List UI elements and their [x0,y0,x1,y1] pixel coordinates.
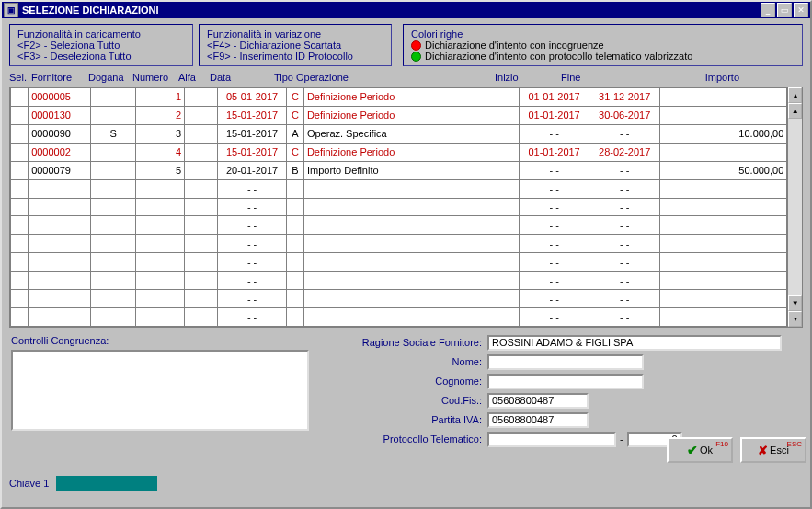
top-info-boxes: Funzionalità in caricamento <F2> - Selez… [2,18,810,70]
scroll-up-button-2[interactable]: ▲ [788,103,802,119]
nome-label: Nome: [344,356,487,367]
codice-fiscale-field[interactable] [487,393,589,409]
table-row[interactable]: 0000130215-01-2017CDefinizione Periodo01… [11,106,787,124]
supplier-details: Ragione Sociale Fornitore: Nome: Cognome… [344,333,795,449]
maximize-button[interactable]: ▭ [777,3,792,17]
header-importo: Importo [627,72,739,83]
ok-label: Ok [700,445,713,456]
protocollo-field-1[interactable] [487,432,616,447]
box1-title: Funzionalità in caricamento [17,29,185,40]
partita-iva-field[interactable] [487,412,589,428]
bottom-area: Controlli Congruenza: Ragione Sociale Fo… [2,328,810,496]
header-fine: Fine [561,72,627,83]
window-buttons: _ ▭ ✕ [761,3,808,17]
grid-scrollbar[interactable]: ▴ ▲ ▼ ▾ [787,87,802,327]
controlli-congruenza-box[interactable] [11,350,309,431]
piva-label: Partita IVA: [344,414,487,425]
header-fornitore: Fornitore [31,72,88,83]
box1-line2: <F3> - Deseleziona Tutto [17,51,185,62]
header-dogana: Dogana [88,72,132,83]
table-row[interactable]: - -- -- - [11,253,787,272]
table-row[interactable]: 0000005105-01-2017CDefinizione Periodo01… [11,88,787,107]
close-button[interactable]: ✕ [794,3,808,17]
cognome-field[interactable] [487,374,644,389]
nome-field[interactable] [487,354,644,370]
scroll-down-button-2[interactable]: ▼ [788,295,802,311]
esci-fkey: ESC [787,440,802,448]
scroll-down-button[interactable]: ▾ [788,311,802,327]
table-row[interactable]: - -- -- - [11,216,787,235]
box2-line1: <F4> - Dichiarazione Scartata [207,40,383,51]
table-row[interactable]: - -- -- - [11,272,787,290]
box2-line2: <F9> - Inserimento ID Protocollo [207,51,383,62]
title-bar[interactable]: ▣ SELEZIONE DICHIARAZIONI _ ▭ ✕ [2,2,810,18]
ragione-sociale-field[interactable] [487,335,782,351]
header-data: Data [210,72,274,83]
app-icon: ▣ [4,3,18,17]
box3-line1: Dichiarazione d'intento con incogruenze [425,40,604,51]
table-row[interactable]: 0000079520-01-2017BImporto Definito- -- … [11,161,787,179]
check-icon: ✔ [687,443,698,457]
box-row-colors-legend: Colori righe Dichiarazione d'intento con… [403,24,803,66]
codfis-label: Cod.Fis.: [344,395,487,406]
box3-title: Colori righe [411,29,795,40]
header-alfa: Alfa [178,72,210,83]
ok-fkey: F10 [715,440,728,448]
header-numero: Numero [132,72,178,83]
table-row[interactable]: 0000090S315-01-2017AOperaz. Specifica- -… [11,124,787,143]
chiave-status: Chiave 1 [9,476,157,491]
header-tipo: Tipo Operazione [274,72,495,83]
grid-headers: Sel. Fornitore Dogana Numero Alfa Data T… [2,70,810,85]
legend-green-dot-icon [411,52,421,62]
legend-red-dot-icon [411,40,421,51]
box-loading-functions: Funzionalità in caricamento <F2> - Selez… [9,24,193,66]
ok-button[interactable]: F10 ✔ Ok [667,437,733,463]
minimize-button[interactable]: _ [761,3,775,17]
table-row[interactable]: 0000002415-01-2017CDefinizione Periodo01… [11,143,787,161]
close-icon: ✘ [758,444,768,457]
header-sel: Sel. [9,72,31,83]
chiave-label: Chiave 1 [9,478,49,489]
box-variation-functions: Funzionalità in variazione <F4> - Dichia… [199,24,392,66]
grid: 0000005105-01-2017CDefinizione Periodo01… [9,87,803,328]
cognome-label: Cognome: [344,376,487,387]
table-row[interactable]: - -- -- - [11,290,787,308]
box3-line2: Dichiarazione d'intento con protocollo t… [425,51,692,62]
grid-table[interactable]: 0000005105-01-2017CDefinizione Periodo01… [10,87,787,327]
table-row[interactable]: - -- -- - [11,235,787,253]
esci-button[interactable]: ESC ✘ Esci [740,437,806,463]
table-row[interactable]: - -- -- - [11,308,787,327]
protocollo-dash: - [620,434,623,445]
table-row[interactable]: - -- -- - [11,179,787,198]
table-row[interactable]: - -- -- - [11,198,787,216]
protocollo-label: Protocollo Telematico: [344,434,487,445]
chiave-color-box [56,476,157,491]
app-window: ▣ SELEZIONE DICHIARAZIONI _ ▭ ✕ Funziona… [0,0,812,509]
window-title: SELEZIONE DICHIARAZIONI [22,5,159,16]
box2-title: Funzionalità in variazione [207,29,383,40]
header-inizio: Inizio [495,72,561,83]
controlli-label: Controlli Congruenza: [11,335,109,346]
box1-line1: <F2> - Seleziona Tutto [17,40,185,51]
scroll-up-button[interactable]: ▴ [788,87,802,103]
ragione-label: Ragione Sociale Fornitore: [344,337,487,348]
